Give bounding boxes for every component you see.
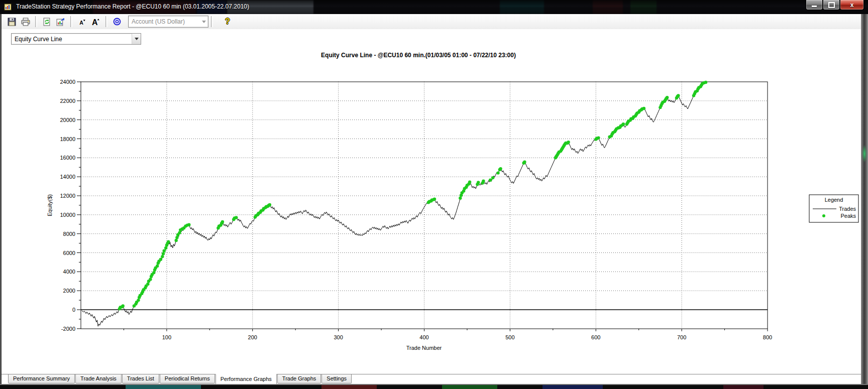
peak-dot (146, 283, 149, 286)
desktop-background-strip (0, 385, 868, 389)
tab-performance-graphs[interactable]: Performance Graphs (215, 374, 277, 384)
desktop-glow (862, 145, 867, 163)
target-button[interactable] (111, 16, 123, 28)
equity-curve-chart: Equity Curve Line - @ECU10 60 min.(01/03… (2, 48, 868, 374)
minimize-button[interactable] (806, 0, 823, 10)
y-tick-label: 24000 (60, 79, 75, 85)
peak-dot (164, 246, 167, 249)
peak-dot (156, 265, 159, 268)
peak-dot (162, 252, 165, 255)
peak-dot (161, 255, 164, 258)
graph-type-combo[interactable]: Equity Curve Line (11, 33, 141, 45)
tab-trade-analysis[interactable]: Trade Analysis (75, 374, 122, 383)
peak-dot (622, 122, 625, 125)
y-tick-label: 8000 (63, 231, 75, 237)
close-button[interactable]: x (840, 0, 864, 10)
toolbar-separator (211, 16, 213, 27)
peak-dot (187, 223, 190, 226)
y-tick-label: 0 (72, 307, 75, 313)
peak-dot (523, 161, 526, 164)
tab-performance-summary[interactable]: Performance Summary (8, 374, 75, 383)
peak-dot (468, 180, 471, 183)
title-bar: TradeStation Strategy Performance Report… (0, 0, 868, 14)
account-combo-value: Account (US Dollar) (129, 18, 199, 25)
toolbar-separator (70, 16, 72, 27)
background-window-fragment (442, 385, 497, 389)
refresh-report-button[interactable] (41, 16, 53, 28)
report-settings-icon (56, 18, 65, 26)
decrease-font-button[interactable]: A (76, 16, 88, 28)
chart-title: Equity Curve Line - @ECU10 60 min.(01/03… (321, 52, 516, 59)
help-icon: ? (225, 17, 230, 26)
x-tick-label: 200 (248, 334, 257, 340)
toolbar-separator (35, 16, 37, 27)
toolbar: A A Account (US Dollar) ? (2, 14, 861, 30)
window-title: TradeStation Strategy Performance Report… (16, 3, 249, 10)
peak-dot (642, 107, 645, 110)
x-tick-label: 500 (505, 334, 514, 340)
y-tick-label: -2000 (61, 326, 75, 332)
print-icon (21, 18, 30, 26)
peak-dot (489, 179, 492, 182)
y-tick-label: 16000 (60, 155, 75, 161)
legend-title: Legend (825, 197, 843, 203)
y-tick-label: 18000 (60, 136, 75, 142)
peak-dot (149, 278, 152, 281)
peak-dot (152, 271, 155, 274)
peak-dot (122, 304, 125, 307)
y-tick-label: 14000 (60, 174, 75, 180)
graph-type-combo-value: Equity Curve Line (12, 36, 132, 43)
account-combo[interactable]: Account (US Dollar) (128, 16, 208, 28)
tab-settings[interactable]: Settings (321, 374, 352, 383)
report-content: Equity Curve Line Equity Curve Line - @E… (2, 29, 861, 374)
background-window-fragment (126, 385, 201, 389)
equity-curve-line (82, 82, 707, 326)
peak-dot (137, 299, 140, 302)
peak-dot (178, 231, 181, 234)
peak-dot (433, 197, 436, 200)
peak-dot (499, 167, 502, 170)
y-tick-label: 10000 (60, 212, 75, 218)
chart-gridlines (81, 82, 768, 329)
peak-dot (175, 236, 178, 239)
print-button[interactable] (20, 16, 32, 28)
font-increase-icon: A (91, 17, 100, 26)
peak-dot (704, 81, 707, 84)
svg-text:A: A (92, 18, 98, 26)
toolbar-separator (105, 16, 107, 27)
peak-dot (597, 136, 600, 139)
chevron-down-icon (202, 21, 206, 23)
peak-dot (235, 216, 238, 219)
y-tick-label: 2000 (63, 288, 75, 294)
help-button[interactable]: ? (222, 16, 234, 28)
background-window-fragment (542, 385, 603, 389)
peak-dot (163, 249, 166, 252)
save-button[interactable] (6, 16, 18, 28)
x-tick-label: 300 (334, 334, 343, 340)
y-tick-label: 20000 (60, 117, 75, 123)
graph-type-combo-arrow[interactable] (132, 34, 141, 44)
target-icon (113, 17, 122, 26)
tab-trades-list[interactable]: Trades List (122, 374, 159, 383)
tab-trade-graphs[interactable]: Trade Graphs (277, 374, 321, 383)
tab-periodical-returns[interactable]: Periodical Returns (160, 374, 215, 383)
y-axis-label: Equity($) (47, 194, 53, 216)
save-icon (8, 18, 16, 26)
legend-trades-label: Trades (839, 206, 856, 212)
minimize-icon (812, 6, 817, 7)
maximize-button[interactable] (823, 0, 840, 10)
x-tick-label: 600 (591, 334, 600, 340)
x-tick-label: 400 (419, 334, 428, 340)
peak-dot (459, 197, 462, 200)
peak-dot (268, 203, 271, 206)
increase-font-button[interactable]: A (90, 16, 102, 28)
report-settings-button[interactable] (55, 16, 67, 28)
svg-text:A: A (79, 19, 83, 25)
y-tick-label: 22000 (60, 98, 75, 104)
x-axis-label: Trade Number (406, 345, 442, 351)
peak-dot (477, 181, 480, 184)
refresh-icon (43, 18, 51, 26)
peak-dot (482, 180, 485, 183)
chevron-down-icon (135, 38, 139, 40)
font-decrease-icon: A (78, 18, 86, 26)
